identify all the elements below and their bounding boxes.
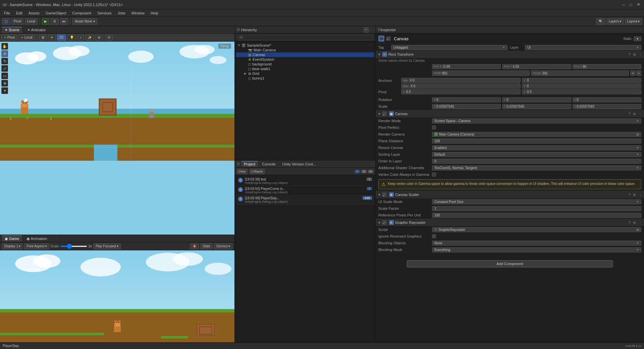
asset-store-btn[interactable]: Asset Store ▾ — [72, 18, 97, 25]
hierarchy-item-bearwalk[interactable]: ◻ bear-walk1 — [236, 66, 374, 71]
blocking-mask-dropdown[interactable]: Everything — [432, 247, 641, 252]
plane-distance-value[interactable]: 100 — [432, 139, 641, 144]
hierarchy-search-input[interactable] — [237, 35, 373, 40]
tab-game[interactable]: ◉ Game — [2, 236, 22, 242]
canvas-component-header[interactable]: ▼ ▦ Canvas ? ⚙ ⋮ — [376, 110, 644, 117]
scale-factor-value[interactable]: 1 — [432, 206, 641, 211]
tab-scene[interactable]: ⚭ Scene — [2, 27, 22, 33]
sorting-layer-dropdown[interactable]: Default — [432, 152, 641, 157]
local-toggle[interactable]: Local — [25, 18, 38, 25]
script-select-btn[interactable]: ⊙ — [636, 228, 639, 232]
menu-services[interactable]: Services — [95, 10, 114, 16]
close-button[interactable]: ✕ — [635, 2, 641, 8]
hand-tool[interactable]: ✋ — [1, 43, 8, 50]
menu-file[interactable]: File — [1, 10, 13, 16]
rect-tool[interactable]: ▭ — [1, 72, 8, 79]
unity-logo-btn[interactable]: ⬡ — [2, 18, 10, 25]
anchor-min-x[interactable]: MinX0 — [401, 78, 521, 83]
blocking-objects-dropdown[interactable]: None — [432, 241, 641, 246]
order-in-layer-value[interactable]: 0 — [432, 159, 641, 164]
canvas-enabled[interactable] — [382, 112, 386, 116]
hierarchy-item-eventsystem[interactable]: ⚙ EventSystem — [236, 57, 374, 62]
move-tool[interactable]: ✛ — [1, 50, 8, 57]
pos-z-field[interactable]: Pos Z90 — [573, 64, 641, 69]
canvas-settings-btn[interactable]: ⚙ — [633, 112, 636, 116]
play-focused-btn[interactable]: Play Focused ▾ — [93, 243, 121, 249]
scaler-menu-btn[interactable]: ⋮ — [639, 193, 642, 197]
light-btn[interactable]: 💡 — [67, 35, 76, 41]
scale-tool[interactable]: ⤢ — [1, 65, 8, 72]
search-button[interactable]: 🔍 — [596, 18, 605, 25]
rot-y-field[interactable]: Y0 — [502, 97, 571, 102]
mute-btn[interactable]: 🔇 — [190, 243, 199, 249]
rect-transform-menu[interactable]: ⋮ — [639, 53, 642, 56]
gizmo-btn[interactable]: ☀ — [48, 35, 56, 41]
canvas-scaler-header[interactable]: ▼ ⊠ Canvas Scaler ? ⚙ ⋮ — [376, 191, 644, 198]
ref-pixels-value[interactable]: 100 — [432, 213, 641, 218]
menu-assets[interactable]: Assets — [26, 10, 42, 16]
pivot-x-field[interactable]: X0.5 — [401, 89, 521, 94]
rect-transform-settings[interactable]: ⚙ — [633, 53, 636, 56]
rotate-tool[interactable]: ↻ — [1, 58, 8, 64]
scale-slider[interactable] — [60, 246, 87, 247]
2d-btn[interactable]: 2D — [57, 35, 66, 41]
fx-btn[interactable]: ✨ — [85, 35, 94, 41]
clear-btn[interactable]: Clear — [237, 169, 248, 174]
layout-btn[interactable]: Layout ▾ — [625, 18, 642, 25]
collapse-btn[interactable]: Collapse — [250, 169, 265, 174]
resize-canvas-dropdown[interactable]: Enabled — [432, 145, 641, 150]
hierarchy-item-bunny[interactable]: ◻ bunny1 — [236, 76, 374, 81]
game-gizmos-btn[interactable]: Gizmos ▾ — [214, 243, 232, 249]
ignore-reversed-checkbox[interactable]: ✓ — [432, 234, 436, 238]
pivot-toggle[interactable]: Pivot — [11, 18, 23, 25]
hierarchy-item-main-camera[interactable]: 📷 Main Camera — [236, 48, 374, 52]
inspector-options-btn[interactable]: ⋮ — [639, 28, 642, 32]
graphic-raycaster-enabled[interactable] — [382, 220, 386, 225]
pivot-btn[interactable]: ⚬ Pivot — [1, 35, 17, 41]
graphic-raycaster-header[interactable]: ▼ ⊛ Graphic Raycaster ? ⚙ ⋮ — [376, 219, 644, 226]
menu-edit[interactable]: Edit — [13, 10, 25, 16]
console-entry-2[interactable]: i [19:03:50] PlayerCome in... UnityEngin… — [236, 186, 374, 195]
audio-btn[interactable]: ♪ — [77, 35, 84, 41]
console-options-btn[interactable]: ⋮ — [370, 162, 373, 166]
collab-btn[interactable]: ⟳ — [105, 35, 113, 41]
script-value[interactable]: ⊞ GraphicRaycaster ⊙ — [432, 227, 641, 232]
camera-select-btn[interactable]: ⊙ — [636, 133, 639, 136]
ui-scale-mode-dropdown[interactable]: Constant Pixel Size — [432, 199, 641, 204]
scale-x-field[interactable]: X0.02557545 — [432, 104, 501, 109]
hierarchy-scene-root[interactable]: ▼ 🎬 SampleScene* ⋮ — [236, 43, 374, 48]
menu-window[interactable]: Window — [129, 10, 147, 16]
canvas-scaler-enabled[interactable] — [382, 193, 386, 197]
canvas-menu-btn[interactable]: ⋮ — [639, 112, 642, 116]
window-controls[interactable]: ─ □ ✕ — [621, 2, 641, 8]
rot-x-field[interactable]: X0 — [432, 97, 501, 102]
local-btn[interactable]: ⚬ Local — [18, 35, 35, 41]
height-field[interactable]: Height391 — [531, 70, 629, 76]
raycaster-settings-btn[interactable]: ⚙ — [633, 221, 636, 225]
pos-y-field[interactable]: Pos Y4.55 — [502, 64, 571, 69]
canvas-help-btn[interactable]: ? — [628, 112, 630, 116]
game-aspect-btn[interactable]: Free Aspect ▾ — [24, 243, 49, 249]
hierarchy-item-background[interactable]: ◻ background — [236, 62, 374, 66]
layers-btn[interactable]: Layers ▾ — [606, 18, 624, 25]
layer-dropdown[interactable]: UI — [525, 45, 641, 50]
render-camera-value[interactable]: Main Camera (Camera) ⊙ — [432, 132, 641, 137]
tab-animator[interactable]: ⚭ Animator — [24, 27, 48, 33]
pixel-perfect-checkbox[interactable] — [432, 126, 436, 130]
scaler-settings-btn[interactable]: ⚙ — [633, 193, 636, 197]
anchor-max-x[interactable]: MaxX0 — [401, 84, 521, 89]
anchor-v-btn[interactable]: V — [636, 70, 641, 76]
rect-transform-header[interactable]: ▼ ↔ Rect Transform ? ⚙ ⋮ — [376, 51, 644, 58]
render-mode-dropdown[interactable]: Screen Space - Camera — [432, 118, 641, 123]
additional-shader-dropdown[interactable]: TexCoord1, Normal, Tangent — [432, 165, 641, 170]
step-button[interactable]: ⏭ — [60, 18, 68, 25]
tab-console[interactable]: Console — [259, 161, 278, 167]
menu-jobs[interactable]: Jobs — [115, 10, 128, 16]
hierarchy-item-canvas[interactable]: ▦ Canvas — [236, 52, 374, 57]
width-field[interactable]: Width881 — [432, 70, 530, 76]
scaler-help-btn[interactable]: ? — [628, 193, 630, 197]
play-button[interactable]: ▶ — [42, 18, 49, 25]
raycaster-menu-btn[interactable]: ⋮ — [639, 221, 642, 225]
tab-project[interactable]: Project — [241, 161, 258, 167]
game-display-btn[interactable]: Display 1 ▾ — [2, 243, 23, 249]
